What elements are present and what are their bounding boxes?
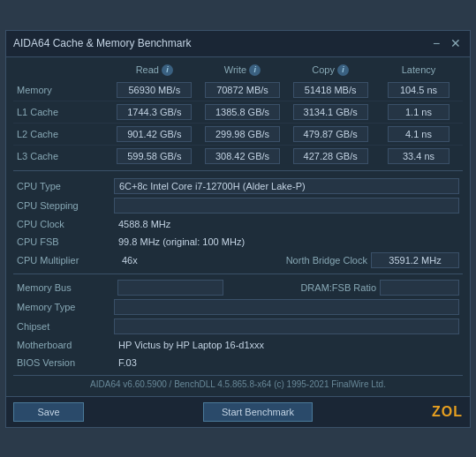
l1-copy: 3134.1 GB/s bbox=[293, 104, 368, 120]
chipset-label: Chipset bbox=[17, 321, 114, 332]
minimize-button[interactable]: − bbox=[429, 36, 443, 50]
cpu-clock-label: CPU Clock bbox=[17, 219, 114, 229]
main-content: Read i Write i Copy i Latency Memory 569… bbox=[6, 57, 470, 396]
cpu-stepping-row: CPU Stepping bbox=[13, 196, 463, 215]
l2-read: 901.42 GB/s bbox=[117, 126, 192, 142]
memory-type-label: Memory Type bbox=[17, 302, 114, 312]
read-header: Read i bbox=[110, 64, 199, 76]
cpu-stepping-value bbox=[114, 198, 459, 214]
cpu-type-row: CPU Type 6C+8c Intel Core i7-12700H (Ald… bbox=[13, 176, 463, 196]
latency-header: Latency bbox=[374, 64, 463, 76]
bottom-bar: Save Start Benchmark ZOL bbox=[6, 396, 470, 427]
memory-type-row: Memory Type bbox=[13, 297, 463, 317]
bench-table-header: Read i Write i Copy i Latency bbox=[13, 63, 463, 78]
write-header: Write i bbox=[199, 64, 287, 76]
l2-copy: 479.87 GB/s bbox=[293, 126, 368, 142]
bios-row: BIOS Version F.03 bbox=[13, 354, 463, 371]
memory-read: 56930 MB/s bbox=[117, 82, 192, 98]
zol-watermark: ZOL bbox=[432, 404, 463, 420]
north-bridge-clock-value: 3591.2 MHz bbox=[371, 252, 459, 268]
cpu-multiplier-row: CPU Multiplier 46x North Bridge Clock 35… bbox=[13, 251, 463, 270]
cpu-multiplier-value: 46x bbox=[117, 253, 188, 267]
memory-write: 70872 MB/s bbox=[205, 82, 280, 98]
memory-latency: 104.5 ns bbox=[388, 82, 450, 98]
memory-bus-row: Memory Bus DRAM:FSB Ratio bbox=[13, 278, 463, 297]
cpu-clock-row: CPU Clock 4588.8 MHz bbox=[13, 215, 463, 233]
memory-bus-label: Memory Bus bbox=[17, 282, 114, 293]
north-bridge-clock-label: North Bridge Clock bbox=[286, 255, 367, 266]
motherboard-label: Motherboard bbox=[17, 340, 114, 350]
cpu-fsb-value: 99.8 MHz (original: 100 MHz) bbox=[114, 235, 459, 249]
cpu-type-label: CPU Type bbox=[17, 181, 114, 191]
main-window: AIDA64 Cache & Memory Benchmark − ✕ Read… bbox=[5, 30, 471, 428]
l3-write: 308.42 GB/s bbox=[205, 148, 280, 164]
read-info-icon[interactable]: i bbox=[162, 64, 173, 76]
window-controls: − ✕ bbox=[429, 36, 463, 50]
copy-info-icon[interactable]: i bbox=[337, 64, 349, 76]
cpu-clock-value: 4588.8 MHz bbox=[114, 217, 459, 231]
table-row: L2 Cache 901.42 GB/s 299.98 GB/s 479.87 … bbox=[13, 124, 463, 146]
bench-table: Memory 56930 MB/s 70872 MB/s 51418 MB/s … bbox=[13, 79, 463, 167]
memory-type-value bbox=[114, 299, 459, 315]
cpu-multiplier-label: CPU Multiplier bbox=[17, 255, 114, 266]
l2-write: 299.98 GB/s bbox=[205, 126, 280, 142]
cpu-fsb-row: CPU FSB 99.8 MHz (original: 100 MHz) bbox=[13, 233, 463, 251]
footer-copyright: AIDA64 v6.60.5900 / BenchDLL 4.5.865.8-x… bbox=[13, 375, 463, 391]
cpu-type-value: 6C+8c Intel Core i7-12700H (Alder Lake-P… bbox=[114, 178, 459, 194]
copy-header: Copy i bbox=[286, 64, 374, 76]
memory-copy: 51418 MB/s bbox=[293, 82, 368, 98]
dram-fsb-value bbox=[380, 280, 459, 296]
system-info-section: CPU Type 6C+8c Intel Core i7-12700H (Ald… bbox=[13, 175, 463, 373]
l2-latency: 4.1 ns bbox=[388, 126, 450, 142]
window-title: AIDA64 Cache & Memory Benchmark bbox=[13, 37, 191, 49]
write-info-icon[interactable]: i bbox=[249, 64, 261, 76]
table-row: Memory 56930 MB/s 70872 MB/s 51418 MB/s … bbox=[13, 79, 463, 101]
row-label-l3: L3 Cache bbox=[13, 148, 110, 164]
row-label-memory: Memory bbox=[13, 82, 110, 98]
motherboard-value: HP Victus by HP Laptop 16-d1xxx bbox=[114, 338, 459, 352]
save-button[interactable]: Save bbox=[13, 402, 84, 422]
memory-bus-value bbox=[117, 280, 223, 296]
l1-latency: 1.1 ns bbox=[388, 104, 450, 120]
chipset-value bbox=[114, 318, 459, 334]
close-button[interactable]: ✕ bbox=[449, 36, 463, 50]
l3-latency: 33.4 ns bbox=[388, 148, 450, 164]
titlebar: AIDA64 Cache & Memory Benchmark − ✕ bbox=[6, 31, 470, 57]
table-row: L3 Cache 599.58 GB/s 308.42 GB/s 427.28 … bbox=[13, 146, 463, 167]
bios-value: F.03 bbox=[114, 356, 459, 370]
table-row: L1 Cache 1744.3 GB/s 1385.8 GB/s 3134.1 … bbox=[13, 101, 463, 124]
l1-write: 1385.8 GB/s bbox=[205, 104, 280, 120]
l3-copy: 427.28 GB/s bbox=[293, 148, 368, 164]
row-label-l1: L1 Cache bbox=[13, 104, 110, 120]
dram-fsb-label: DRAM:FSB Ratio bbox=[300, 282, 376, 293]
motherboard-row: Motherboard HP Victus by HP Laptop 16-d1… bbox=[13, 336, 463, 354]
start-benchmark-button[interactable]: Start Benchmark bbox=[203, 402, 313, 422]
cpu-fsb-label: CPU FSB bbox=[17, 236, 114, 247]
l1-read: 1744.3 GB/s bbox=[117, 104, 192, 120]
bios-label: BIOS Version bbox=[17, 357, 114, 368]
l3-read: 599.58 GB/s bbox=[117, 148, 192, 164]
chipset-row: Chipset bbox=[13, 317, 463, 336]
row-label-l2: L2 Cache bbox=[13, 126, 110, 142]
cpu-stepping-label: CPU Stepping bbox=[17, 200, 114, 211]
